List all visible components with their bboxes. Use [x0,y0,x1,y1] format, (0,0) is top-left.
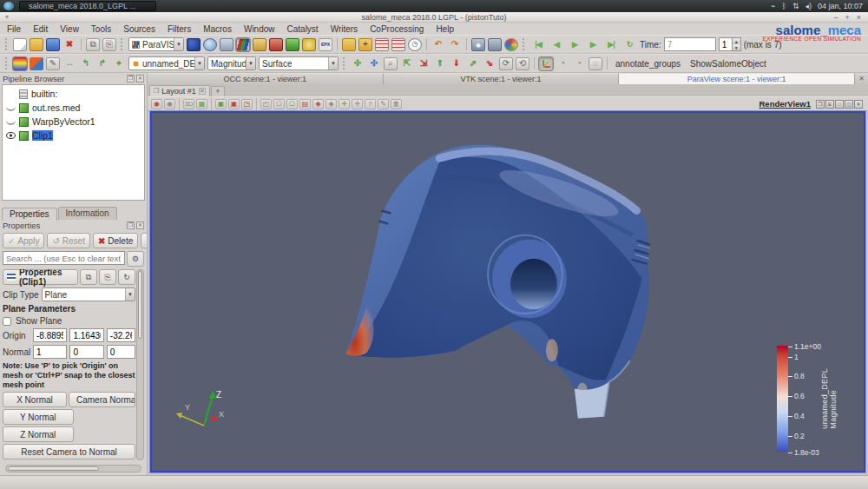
screenshot-icon[interactable] [488,38,502,51]
y-normal-button[interactable]: Y Normal [3,409,74,425]
combo-arrow-icon[interactable]: ▼ [246,57,255,69]
window-titlebar[interactable]: ▾ salome_meca 2018.0 LGPL - (pistonTuto)… [0,12,868,23]
apply-button[interactable]: ✓Apply [3,233,44,248]
origin-z-input[interactable] [107,328,135,342]
pipeline-item-builtin[interactable]: builtin: [3,87,144,101]
copy-icon[interactable]: ⧉ [86,38,100,51]
clip-type-combo[interactable]: Plane ▼ [42,287,135,301]
redo-icon[interactable]: ↷ [448,38,462,51]
menu-sources[interactable]: Sources [123,24,155,34]
camera-snapshot-icon[interactable]: ◉ [471,38,485,51]
pipeline-item-warpbyvector[interactable]: WarpByVector1 [3,115,144,129]
notebook-icon[interactable]: ◷ [408,38,422,51]
toolbar-handle[interactable] [343,57,346,69]
properties-dock-header[interactable]: Properties ❐ ✕ [0,220,147,231]
combo-arrow-icon[interactable]: ▼ [194,57,204,69]
menu-coprocessing[interactable]: CoProcessing [370,24,424,34]
menu-edit[interactable]: Edit [33,24,48,34]
split-view-icon[interactable]: ◫ [845,100,853,109]
view-plus-x-icon[interactable]: ⇱ [400,57,414,70]
combo-arrow-icon[interactable]: ▼ [328,57,338,69]
view-minus-x-icon[interactable]: ⇲ [417,57,431,70]
taskbar-app-button[interactable]: salome_meca 2018.0_LGPL ... [19,1,156,11]
pipeline-item-source[interactable]: out.res.med [3,101,144,115]
render-viewport[interactable]: Z Y X 1.1e+00 1 0.8 0.6 0.4 0.2 1.8e-03 … [150,111,865,472]
volume-icon[interactable]: ◂) [805,2,812,10]
visibility-off-icon[interactable] [6,105,16,111]
toolbar-handle[interactable] [121,38,124,50]
zoom-to-data-icon[interactable]: ✣ [367,57,381,70]
clear-selection-icon[interactable]: 🗑 [391,99,402,109]
dock-close-icon[interactable]: ✕ [136,221,144,229]
annotate-groups-button[interactable]: annotate_groups [612,57,684,70]
horizontal-scrollbar[interactable] [5,465,141,472]
adjust-camera-icon[interactable]: ◌ [589,57,602,70]
reset-camera-to-normal-button[interactable]: Reset Camera to Normal [3,444,135,459]
loop-button[interactable]: ↻ [621,38,637,51]
pipeline-browser-header[interactable]: Pipeline Browser ❐ ✕ [0,73,147,84]
dock-float-icon[interactable]: ❐ [127,75,135,83]
search-input[interactable] [3,251,125,265]
properties-section-header[interactable]: Properties (Clip1) [3,269,78,285]
hover-points-icon[interactable]: ✛ [352,99,363,109]
toolbar-handle[interactable] [523,38,526,50]
origin-y-input[interactable] [69,328,103,342]
save-document-icon[interactable] [46,38,60,51]
menu-help[interactable]: Help [436,24,454,34]
copy-properties-icon[interactable]: ⧉ [80,269,97,285]
toggle-color-legend-icon[interactable] [13,57,27,70]
select-polygon-cells-icon[interactable]: ⬠ [273,99,285,109]
bluetooth-icon[interactable]: ᛒ [781,2,786,10]
select-frustum-points-icon[interactable]: ◰ [260,99,272,109]
rescale-temporal-icon[interactable]: ↱ [95,57,109,70]
spinner-arrows-icon[interactable]: ▲▼ [733,37,741,51]
camera-normal-button[interactable]: Camera Normal [69,392,135,407]
catalog-generator-icon[interactable] [375,38,389,51]
close-document-icon[interactable]: ✖ [62,38,76,51]
new-layout-tab-button[interactable]: + [211,86,225,96]
module-paravis-icon[interactable] [236,38,250,51]
minimize-button[interactable]: – [833,13,838,22]
view-plus-z-icon[interactable]: ⇗ [466,57,480,70]
tab-properties[interactable]: Properties [2,208,57,221]
view-minus-z-icon[interactable]: ⇘ [483,57,496,70]
show-orientation-axes-icon[interactable] [539,57,553,70]
show-axes-grid-icon[interactable]: ▦ [196,99,207,109]
network-icon[interactable]: ⌁ [771,2,775,10]
updates-icon[interactable]: ⇅ [792,2,799,10]
menu-catalyst[interactable]: Catalyst [287,24,319,34]
maximize-button[interactable]: + [845,13,849,22]
tab-paraview-viewer[interactable]: ParaView scene:1 - viewer:1 [619,73,855,84]
view-plus-y-icon[interactable]: ⇑ [433,57,447,70]
module-adao-icon[interactable] [286,38,299,51]
toggle-2d3d-icon[interactable]: 3D [183,99,194,109]
next-frame-button[interactable]: ▶ [585,38,601,51]
color-array-combo[interactable]: unnamed_DEPL ▼ [128,56,205,70]
select-points-on-icon[interactable]: ▣ [228,99,240,109]
selection-help-icon[interactable]: ? [365,99,376,109]
reset-button[interactable]: ↺Reset [47,233,90,248]
component-combo[interactable]: Magnitude ▼ [207,56,256,70]
select-cells-on-icon[interactable]: ▣ [215,99,227,109]
last-frame-button[interactable]: ▶| [603,38,619,51]
tab-vtk-viewer[interactable]: VTK scene:1 - viewer:1 [384,73,620,84]
export-view-icon[interactable]: E [825,100,834,109]
interactive-select-points-icon[interactable]: ◈ [326,99,337,109]
color-legend[interactable]: 1.1e+00 1 0.8 0.6 0.4 0.2 1.8e-03 unname… [777,342,838,455]
menu-macros[interactable]: Macros [203,24,232,34]
paste-icon[interactable]: ⎘ [102,38,116,51]
rescale-to-data-icon[interactable]: ↔ [62,57,76,70]
delete-button[interactable]: ✖Delete [93,233,138,248]
close-button[interactable]: × [857,13,861,22]
module-selector-combo[interactable]: ParaVIS ▼ [128,37,184,51]
menu-view[interactable]: View [60,24,79,34]
dock-float-icon[interactable]: ❐ [127,221,135,229]
viewer-tab-close-icon[interactable]: ✕ [855,73,868,84]
module-mesh-icon[interactable] [203,38,217,51]
visibility-on-icon[interactable] [6,132,16,139]
menu-file[interactable]: File [7,24,21,34]
module-europlexus-icon[interactable]: EPX [319,38,332,51]
module-shaper-icon[interactable] [220,38,233,51]
edit-colormap-icon[interactable] [30,57,43,70]
registry-display-icon[interactable] [391,38,405,51]
